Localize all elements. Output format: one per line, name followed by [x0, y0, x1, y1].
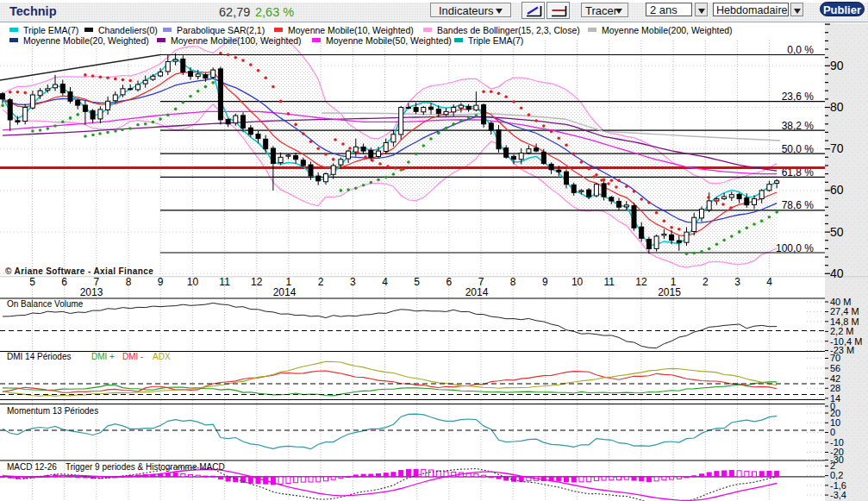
svg-text:10: 10 [571, 276, 584, 288]
svg-text:78,6 %: 78,6 % [782, 199, 815, 211]
svg-text:DMI -: DMI - [122, 352, 143, 361]
svg-text:10: 10 [187, 276, 199, 288]
svg-text:DMI +: DMI + [91, 352, 115, 361]
svg-text:4: 4 [382, 276, 388, 288]
svg-text:ADX: ADX [153, 352, 171, 361]
svg-text:-3,4: -3,4 [830, 490, 846, 500]
svg-text:-1,6: -1,6 [830, 480, 846, 491]
svg-text:2014: 2014 [273, 286, 297, 298]
svg-text:5: 5 [414, 276, 420, 288]
svg-text:20: 20 [830, 408, 840, 418]
svg-text:Momentum 13 Périodes: Momentum 13 Périodes [7, 406, 98, 416]
svg-text:2015: 2015 [658, 286, 681, 298]
svg-text:0,2: 0,2 [830, 470, 843, 480]
svg-text:2014: 2014 [465, 286, 489, 298]
svg-text:80: 80 [830, 100, 844, 114]
svg-text:42: 42 [830, 373, 840, 384]
svg-text:90: 90 [830, 59, 844, 72]
svg-text:12: 12 [635, 276, 647, 288]
svg-text:2013: 2013 [80, 286, 103, 298]
svg-text:10: 10 [830, 417, 840, 428]
svg-text:2: 2 [703, 276, 709, 288]
svg-text:4: 4 [766, 276, 772, 288]
svg-text:9: 9 [158, 276, 164, 288]
svg-text:70: 70 [830, 353, 840, 363]
svg-text:9: 9 [542, 276, 548, 288]
svg-text:0: 0 [830, 427, 835, 437]
svg-text:2,2 M: 2,2 M [830, 326, 854, 336]
svg-text:6: 6 [61, 276, 67, 288]
svg-text:0,0 %: 0,0 % [787, 44, 814, 56]
svg-text:On Balance Volume: On Balance Volume [7, 299, 84, 309]
svg-text:56: 56 [830, 363, 840, 373]
svg-text:2: 2 [830, 460, 835, 471]
svg-text:70: 70 [830, 141, 844, 155]
svg-text:8: 8 [510, 276, 516, 288]
svg-text:50,0 %: 50,0 % [782, 143, 815, 155]
svg-text:5: 5 [29, 276, 35, 288]
svg-text:8: 8 [126, 276, 132, 288]
svg-text:27,4 M: 27,4 M [830, 306, 859, 316]
svg-text:40: 40 [830, 266, 844, 280]
svg-text:12: 12 [251, 276, 263, 288]
svg-text:11: 11 [603, 276, 615, 288]
svg-text:38,2 %: 38,2 % [782, 120, 815, 132]
svg-text:DMI 14 Périodes: DMI 14 Périodes [7, 352, 71, 361]
svg-text:40 M: 40 M [830, 297, 851, 307]
svg-text:6: 6 [446, 276, 452, 288]
svg-text:3: 3 [350, 276, 356, 288]
svg-text:2: 2 [318, 276, 324, 288]
svg-text:Trigger 9 periodes & Histogram: Trigger 9 periodes & Histogramme MACD [66, 462, 225, 472]
svg-text:11: 11 [219, 276, 230, 288]
svg-text:50: 50 [830, 225, 844, 239]
svg-text:MACD 12-26: MACD 12-26 [7, 462, 57, 472]
svg-text:28: 28 [830, 383, 840, 393]
svg-text:60: 60 [830, 183, 844, 197]
svg-text:3: 3 [734, 276, 740, 288]
svg-text:23,6 %: 23,6 % [782, 91, 815, 103]
svg-text:© Ariane Software - Axial Fina: © Ariane Software - Axial Finance [5, 266, 153, 276]
svg-text:100,0 %: 100,0 % [776, 242, 814, 254]
svg-text:-10: -10 [830, 437, 844, 448]
svg-text:14,8 M: 14,8 M [830, 316, 859, 327]
